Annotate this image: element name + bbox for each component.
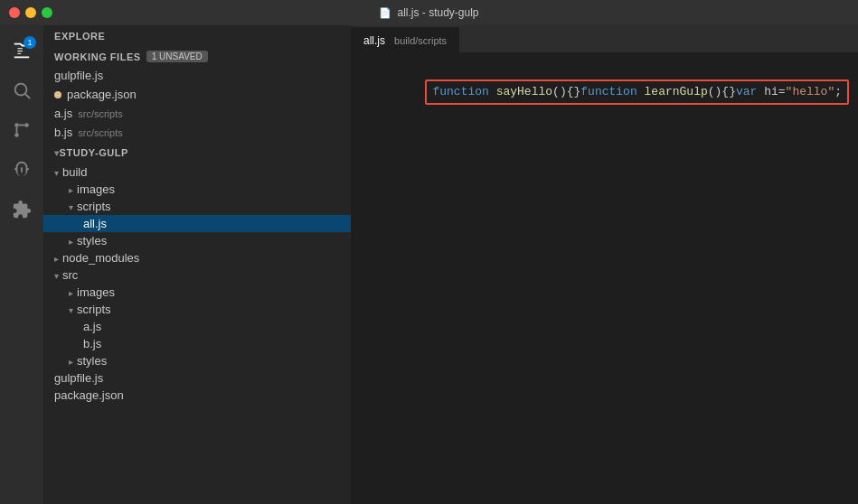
file-alljs[interactable]: all.js	[43, 215, 351, 232]
editor-area: all.js build/scripts function sayHello()…	[351, 25, 858, 504]
wf-bjs-label: b.js	[54, 126, 72, 139]
build-label: build	[62, 165, 87, 179]
minimize-button[interactable]	[25, 7, 36, 18]
wf-bjs-path: src/scripts	[78, 127, 123, 138]
unsaved-badge: 1 UNSAVED	[146, 51, 208, 62]
src-images-tri	[69, 286, 73, 299]
images-tri	[69, 183, 73, 196]
scripts-tri	[69, 201, 73, 213]
file-icon: 📄	[379, 7, 391, 19]
file-root-gulpfile[interactable]: gulpfile.js	[43, 369, 351, 387]
src-styles-label: styles	[77, 354, 107, 368]
wf-gulpfile[interactable]: gulpfile.js	[43, 66, 351, 85]
sidebar: EXPLORE WORKING FILES 1 UNSAVED gulpfile…	[43, 25, 351, 504]
project-header[interactable]: STUDY-GULP	[43, 142, 351, 163]
close-button[interactable]	[9, 7, 20, 18]
maximize-button[interactable]	[42, 7, 52, 18]
wf-gulpfile-label: gulpfile.js	[54, 69, 103, 82]
tab-breadcrumb: build/scripts	[394, 35, 447, 46]
folder-src[interactable]: src	[43, 266, 351, 284]
code-highlighted: function sayHello(){}function learnGulp(…	[425, 79, 849, 105]
activity-bar: 1	[0, 25, 43, 504]
src-styles-tri	[69, 355, 73, 368]
wf-package[interactable]: package.json	[43, 85, 351, 104]
src-bjs-label: b.js	[83, 337, 101, 350]
folder-build[interactable]: build	[43, 163, 351, 181]
wf-ajs-label: a.js	[54, 107, 72, 120]
src-ajs-label: a.js	[83, 320, 101, 333]
root-gulpfile-label: gulpfile.js	[54, 371, 103, 385]
src-scripts-label: scripts	[77, 303, 111, 316]
code-line-1: function sayHello(){}function learnGulp(…	[369, 61, 840, 123]
svg-point-0	[15, 84, 27, 96]
folder-styles[interactable]: styles	[43, 232, 351, 249]
activity-git[interactable]	[4, 112, 40, 148]
alljs-label: all.js	[83, 217, 107, 230]
build-tri	[54, 166, 59, 179]
modified-dot	[54, 91, 61, 98]
activity-search[interactable]	[4, 72, 40, 108]
node-modules-tri	[54, 252, 59, 265]
node-modules-label: node_modules	[62, 251, 139, 265]
editor-tabs: all.js build/scripts	[351, 25, 858, 52]
folder-src-scripts[interactable]: scripts	[43, 301, 351, 318]
svg-point-2	[14, 133, 19, 137]
images-label: images	[77, 182, 115, 196]
window-controls	[9, 7, 52, 18]
working-files-label: WORKING FILES	[54, 51, 141, 62]
root-package-label: package.json	[54, 388, 124, 402]
svg-point-4	[14, 123, 19, 127]
title-bar-text: 📄 all.js - study-gulp	[379, 6, 478, 19]
scripts-label: scripts	[77, 200, 111, 213]
working-files-header: WORKING FILES 1 UNSAVED	[43, 47, 351, 66]
activity-debug[interactable]	[4, 152, 40, 188]
file-src-bjs[interactable]: b.js	[43, 335, 351, 352]
project-label: STUDY-GULP	[60, 147, 128, 158]
code-editor[interactable]: function sayHello(){}function learnGulp(…	[351, 52, 858, 504]
folder-src-styles[interactable]: styles	[43, 352, 351, 369]
activity-extensions[interactable]	[4, 191, 40, 228]
activity-files[interactable]: 1	[4, 33, 40, 69]
app-body: 1	[0, 25, 858, 504]
folder-scripts[interactable]: scripts	[43, 198, 351, 215]
explore-header: EXPLORE	[43, 25, 351, 47]
files-badge: 1	[24, 36, 36, 49]
svg-point-3	[24, 123, 29, 127]
folder-images[interactable]: images	[43, 181, 351, 198]
title-bar: 📄 all.js - study-gulp	[0, 0, 858, 25]
src-tri	[54, 269, 59, 282]
styles-label: styles	[77, 234, 107, 247]
wf-bjs[interactable]: b.js src/scripts	[43, 123, 351, 142]
file-src-ajs[interactable]: a.js	[43, 318, 351, 335]
tab-filename: all.js	[363, 34, 385, 47]
tab-alljs[interactable]: all.js build/scripts	[351, 27, 459, 52]
window-title: all.js - study-gulp	[397, 6, 478, 19]
wf-ajs[interactable]: a.js src/scripts	[43, 104, 351, 123]
wf-ajs-path: src/scripts	[78, 108, 123, 119]
src-scripts-tri	[69, 303, 73, 316]
svg-line-1	[25, 94, 30, 98]
file-root-package[interactable]: package.json	[43, 387, 351, 404]
folder-src-images[interactable]: images	[43, 284, 351, 301]
src-label: src	[62, 268, 78, 282]
wf-package-label: package.json	[67, 88, 137, 101]
styles-tri	[69, 235, 73, 247]
folder-node-modules[interactable]: node_modules	[43, 249, 351, 266]
src-images-label: images	[77, 285, 115, 299]
